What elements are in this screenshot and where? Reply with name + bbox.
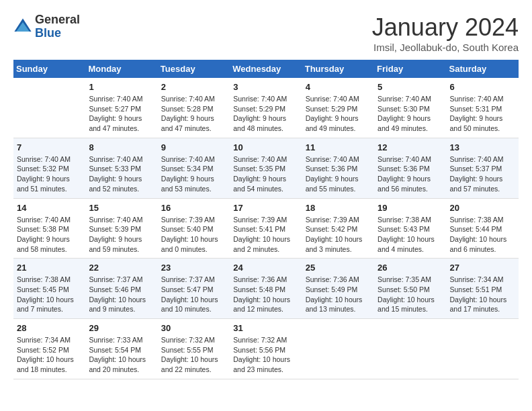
location-subtitle: Imsil, Jeollabuk-do, South Korea	[372, 42, 519, 53]
calendar-cell	[374, 319, 446, 379]
logo-blue: Blue	[35, 26, 61, 40]
calendar-cell: 29Sunrise: 7:33 AM Sunset: 5:54 PM Dayli…	[85, 319, 157, 379]
day-number: 11	[306, 142, 371, 152]
day-number: 18	[306, 203, 371, 213]
cell-info: Sunrise: 7:32 AM Sunset: 5:56 PM Dayligh…	[233, 335, 298, 375]
cell-info: Sunrise: 7:40 AM Sunset: 5:30 PM Dayligh…	[378, 94, 443, 134]
page-header: General Blue January 2024 Imsil, Jeollab…	[13, 13, 519, 53]
cell-info: Sunrise: 7:33 AM Sunset: 5:54 PM Dayligh…	[89, 335, 154, 375]
calendar-cell: 24Sunrise: 7:36 AM Sunset: 5:48 PM Dayli…	[230, 259, 302, 319]
calendar-cell: 15Sunrise: 7:40 AM Sunset: 5:39 PM Dayli…	[85, 198, 157, 259]
calendar-week-4: 21Sunrise: 7:38 AM Sunset: 5:45 PM Dayli…	[13, 259, 519, 319]
cell-info: Sunrise: 7:38 AM Sunset: 5:43 PM Dayligh…	[378, 215, 443, 255]
cell-info: Sunrise: 7:38 AM Sunset: 5:45 PM Dayligh…	[17, 275, 82, 314]
cell-info: Sunrise: 7:37 AM Sunset: 5:47 PM Dayligh…	[161, 275, 226, 314]
cell-info: Sunrise: 7:40 AM Sunset: 5:31 PM Dayligh…	[450, 94, 515, 134]
day-number: 2	[161, 82, 226, 92]
logo-general: General	[35, 13, 80, 26]
cell-info: Sunrise: 7:40 AM Sunset: 5:35 PM Dayligh…	[233, 154, 298, 194]
cell-info: Sunrise: 7:40 AM Sunset: 5:38 PM Dayligh…	[17, 215, 82, 255]
day-number: 14	[17, 203, 82, 213]
calendar-cell: 26Sunrise: 7:35 AM Sunset: 5:50 PM Dayli…	[374, 259, 446, 319]
day-number: 24	[233, 263, 298, 273]
day-number: 17	[233, 203, 298, 213]
day-number: 13	[450, 142, 515, 152]
calendar-cell: 20Sunrise: 7:38 AM Sunset: 5:44 PM Dayli…	[447, 198, 519, 259]
day-number: 1	[89, 82, 154, 92]
day-number: 7	[17, 142, 82, 152]
cell-info: Sunrise: 7:38 AM Sunset: 5:44 PM Dayligh…	[450, 215, 515, 255]
calendar-cell: 10Sunrise: 7:40 AM Sunset: 5:35 PM Dayli…	[230, 138, 302, 198]
calendar-cell: 2Sunrise: 7:40 AM Sunset: 5:28 PM Daylig…	[158, 78, 230, 138]
cell-info: Sunrise: 7:39 AM Sunset: 5:41 PM Dayligh…	[233, 215, 298, 255]
calendar-cell: 23Sunrise: 7:37 AM Sunset: 5:47 PM Dayli…	[158, 259, 230, 319]
column-header-wednesday: Wednesday	[230, 60, 302, 78]
calendar-cell: 19Sunrise: 7:38 AM Sunset: 5:43 PM Dayli…	[374, 198, 446, 259]
calendar-cell: 9Sunrise: 7:40 AM Sunset: 5:34 PM Daylig…	[158, 138, 230, 198]
day-number: 12	[378, 142, 443, 152]
day-number: 10	[233, 142, 298, 152]
calendar-cell: 30Sunrise: 7:32 AM Sunset: 5:55 PM Dayli…	[158, 319, 230, 379]
cell-info: Sunrise: 7:40 AM Sunset: 5:39 PM Dayligh…	[89, 215, 154, 255]
logo: General Blue	[13, 13, 80, 40]
cell-info: Sunrise: 7:40 AM Sunset: 5:34 PM Dayligh…	[161, 154, 226, 194]
day-number: 28	[17, 323, 82, 333]
cell-info: Sunrise: 7:40 AM Sunset: 5:29 PM Dayligh…	[306, 94, 371, 134]
month-title: January 2024	[372, 13, 519, 42]
day-number: 20	[450, 203, 515, 213]
logo-icon	[13, 17, 32, 36]
calendar-cell: 11Sunrise: 7:40 AM Sunset: 5:36 PM Dayli…	[302, 138, 374, 198]
calendar-cell: 4Sunrise: 7:40 AM Sunset: 5:29 PM Daylig…	[302, 78, 374, 138]
calendar-cell: 12Sunrise: 7:40 AM Sunset: 5:36 PM Dayli…	[374, 138, 446, 198]
calendar-cell: 14Sunrise: 7:40 AM Sunset: 5:38 PM Dayli…	[13, 198, 85, 259]
calendar-cell: 18Sunrise: 7:39 AM Sunset: 5:42 PM Dayli…	[302, 198, 374, 259]
cell-info: Sunrise: 7:40 AM Sunset: 5:33 PM Dayligh…	[89, 154, 154, 194]
cell-info: Sunrise: 7:40 AM Sunset: 5:37 PM Dayligh…	[450, 154, 515, 194]
cell-info: Sunrise: 7:34 AM Sunset: 5:51 PM Dayligh…	[450, 275, 515, 314]
calendar-week-2: 7Sunrise: 7:40 AM Sunset: 5:32 PM Daylig…	[13, 138, 519, 198]
calendar-cell: 7Sunrise: 7:40 AM Sunset: 5:32 PM Daylig…	[13, 138, 85, 198]
day-number: 4	[306, 82, 371, 92]
calendar-week-1: 1Sunrise: 7:40 AM Sunset: 5:27 PM Daylig…	[13, 78, 519, 138]
column-header-thursday: Thursday	[302, 60, 374, 78]
column-header-monday: Monday	[85, 60, 157, 78]
cell-info: Sunrise: 7:35 AM Sunset: 5:50 PM Dayligh…	[378, 275, 443, 314]
calendar-cell: 21Sunrise: 7:38 AM Sunset: 5:45 PM Dayli…	[13, 259, 85, 319]
title-block: January 2024 Imsil, Jeollabuk-do, South …	[372, 13, 519, 53]
cell-info: Sunrise: 7:36 AM Sunset: 5:49 PM Dayligh…	[306, 275, 371, 314]
calendar-cell: 5Sunrise: 7:40 AM Sunset: 5:30 PM Daylig…	[374, 78, 446, 138]
day-number: 27	[450, 263, 515, 273]
day-number: 23	[161, 263, 226, 273]
day-number: 21	[17, 263, 82, 273]
calendar-cell: 31Sunrise: 7:32 AM Sunset: 5:56 PM Dayli…	[230, 319, 302, 379]
calendar-cell: 28Sunrise: 7:34 AM Sunset: 5:52 PM Dayli…	[13, 319, 85, 379]
day-number: 5	[378, 82, 443, 92]
cell-info: Sunrise: 7:39 AM Sunset: 5:42 PM Dayligh…	[306, 215, 371, 255]
calendar-cell	[13, 78, 85, 138]
cell-info: Sunrise: 7:40 AM Sunset: 5:28 PM Dayligh…	[161, 94, 226, 134]
day-number: 19	[378, 203, 443, 213]
cell-info: Sunrise: 7:40 AM Sunset: 5:32 PM Dayligh…	[17, 154, 82, 194]
column-header-sunday: Sunday	[13, 60, 85, 78]
calendar-cell: 27Sunrise: 7:34 AM Sunset: 5:51 PM Dayli…	[447, 259, 519, 319]
day-number: 9	[161, 142, 226, 152]
day-number: 8	[89, 142, 154, 152]
logo-text: General Blue	[35, 13, 80, 40]
cell-info: Sunrise: 7:40 AM Sunset: 5:36 PM Dayligh…	[306, 154, 371, 194]
day-number: 26	[378, 263, 443, 273]
day-number: 15	[89, 203, 154, 213]
cell-info: Sunrise: 7:40 AM Sunset: 5:27 PM Dayligh…	[89, 94, 154, 134]
day-number: 25	[306, 263, 371, 273]
calendar-week-5: 28Sunrise: 7:34 AM Sunset: 5:52 PM Dayli…	[13, 319, 519, 379]
calendar-week-3: 14Sunrise: 7:40 AM Sunset: 5:38 PM Dayli…	[13, 198, 519, 259]
calendar-cell: 17Sunrise: 7:39 AM Sunset: 5:41 PM Dayli…	[230, 198, 302, 259]
calendar-table: SundayMondayTuesdayWednesdayThursdayFrid…	[13, 60, 519, 379]
calendar-cell: 16Sunrise: 7:39 AM Sunset: 5:40 PM Dayli…	[158, 198, 230, 259]
day-number: 29	[89, 323, 154, 333]
calendar-cell: 6Sunrise: 7:40 AM Sunset: 5:31 PM Daylig…	[447, 78, 519, 138]
day-number: 6	[450, 82, 515, 92]
cell-info: Sunrise: 7:40 AM Sunset: 5:36 PM Dayligh…	[378, 154, 443, 194]
calendar-cell: 25Sunrise: 7:36 AM Sunset: 5:49 PM Dayli…	[302, 259, 374, 319]
column-header-tuesday: Tuesday	[158, 60, 230, 78]
calendar-cell: 22Sunrise: 7:37 AM Sunset: 5:46 PM Dayli…	[85, 259, 157, 319]
